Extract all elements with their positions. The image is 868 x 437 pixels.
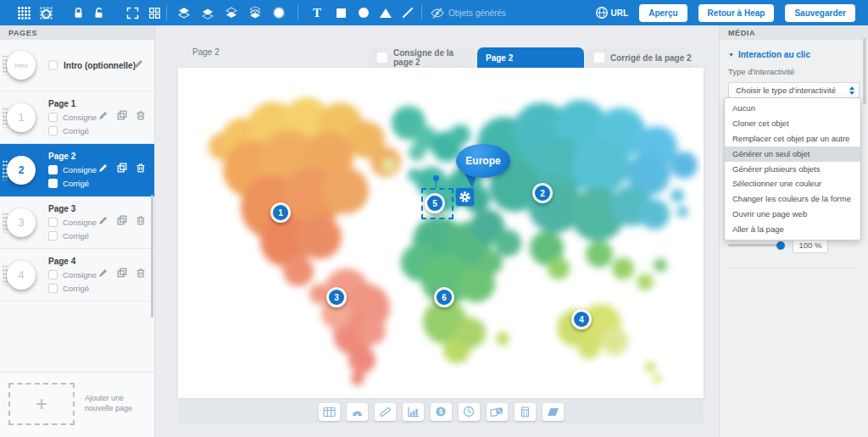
save-button[interactable]: Sauvegarder: [785, 4, 855, 22]
map-marker-6[interactable]: 6: [434, 287, 454, 307]
edit-icon[interactable]: [98, 215, 108, 225]
panel-scrollbar[interactable]: [863, 38, 866, 104]
dropdown-option[interactable]: Aller à la page: [725, 222, 860, 237]
delete-icon[interactable]: [136, 163, 146, 173]
page-row-3[interactable]: 3 Page 3 Consigne Corrigé: [0, 196, 154, 249]
corrige-checkbox[interactable]: [48, 231, 58, 241]
dropdown-option[interactable]: Sélectionner une couleur: [725, 176, 860, 191]
consigne-checkbox[interactable]: [48, 270, 58, 279]
media-panel: MÉDIA ▼ Interaction au clic Type d'inter…: [719, 25, 868, 437]
dropdown-option[interactable]: Générer un seul objet: [725, 147, 860, 162]
edit-icon[interactable]: [133, 58, 144, 73]
bring-forward-icon[interactable]: [201, 6, 214, 19]
page-thumb-3[interactable]: 3: [7, 208, 36, 237]
back-to-heap-button[interactable]: Retour à Heap: [698, 4, 775, 22]
map-marker-4[interactable]: 4: [571, 309, 592, 329]
page-row-1[interactable]: 1 Page 1 Consigne Corrigé: [0, 91, 154, 144]
edit-icon[interactable]: [98, 110, 108, 120]
add-page-button[interactable]: +: [8, 383, 75, 425]
intro-checkbox[interactable]: [48, 61, 58, 70]
page-title: Page 1: [48, 99, 97, 108]
interaction-section-toggle[interactable]: ▼ Interaction au clic: [728, 50, 860, 59]
dropdown-option[interactable]: Aucun: [725, 101, 860, 116]
marker-settings-button[interactable]: [456, 188, 474, 206]
page-canvas[interactable]: [178, 68, 704, 398]
opacity-circle-icon[interactable]: [272, 6, 286, 19]
page-thumb-2[interactable]: 2: [7, 156, 36, 185]
page-row-intro[interactable]: Intro Intro (optionnelle): [0, 40, 154, 91]
send-backward-icon[interactable]: [225, 6, 238, 19]
dropdown-option[interactable]: Changer les couleurs de la forme: [725, 191, 860, 207]
map-marker-3[interactable]: 3: [326, 287, 347, 307]
page-row-4[interactable]: 4 Page 4 Consigne Corrigé: [0, 249, 154, 301]
ungroup-icon[interactable]: [147, 6, 161, 19]
dropdown-option[interactable]: Cloner cet objet: [725, 116, 860, 131]
grid-settings-icon[interactable]: [39, 6, 53, 19]
tab-checkbox[interactable]: [594, 53, 604, 63]
edit-icon[interactable]: [98, 268, 108, 278]
tab-page-2[interactable]: Page 2: [477, 47, 584, 68]
dropdown-option[interactable]: Générer plusieurs objets: [725, 162, 860, 177]
shape-tool-button[interactable]: [542, 403, 564, 421]
duplicate-icon[interactable]: [117, 110, 127, 120]
grid-icon[interactable]: [17, 6, 31, 19]
generated-objects-visibility-icon[interactable]: [431, 6, 444, 19]
tab-checkbox[interactable]: [377, 53, 387, 63]
selection-box[interactable]: [421, 188, 453, 219]
page-thumb-intro[interactable]: Intro: [7, 51, 36, 80]
edit-icon[interactable]: [98, 163, 108, 173]
ruler-tool-button[interactable]: [375, 403, 396, 421]
unlock-icon[interactable]: [92, 6, 105, 19]
chart-tool-button[interactable]: [403, 403, 424, 421]
dropdown-option[interactable]: Ouvrir une page web: [725, 207, 860, 222]
consigne-checkbox[interactable]: [48, 218, 58, 227]
bring-to-front-icon[interactable]: [177, 6, 191, 19]
protractor-tool-button[interactable]: [347, 403, 368, 421]
delete-icon[interactable]: [136, 215, 146, 225]
media-panel-title: MÉDIA: [720, 25, 868, 40]
expand-selection-icon[interactable]: [125, 6, 139, 19]
opacity-slider-thumb[interactable]: [776, 241, 785, 250]
consigne-checkbox[interactable]: [48, 113, 58, 122]
triangle-tool-icon[interactable]: [379, 6, 392, 19]
text-tool-icon[interactable]: T: [310, 6, 324, 19]
dice-tool-button[interactable]: [487, 403, 508, 421]
pages-panel-title: PAGES: [0, 25, 154, 40]
corrige-checkbox[interactable]: [48, 126, 58, 136]
tab-corrige[interactable]: Corrigé de la page 2: [586, 47, 693, 68]
line-tool-icon[interactable]: [401, 6, 415, 19]
duplicate-icon[interactable]: [117, 163, 127, 173]
corrige-checkbox[interactable]: [48, 179, 58, 188]
send-to-back-icon[interactable]: [248, 6, 262, 19]
map-marker-2[interactable]: 2: [532, 183, 553, 203]
manipulatives-toolbar: $: [178, 400, 704, 423]
preview-button[interactable]: Aperçu: [639, 4, 687, 22]
sidebar-scrollbar[interactable]: [151, 195, 153, 318]
opacity-slider[interactable]: [728, 244, 784, 246]
page-thumb-1[interactable]: 1: [7, 103, 36, 132]
map-marker-1[interactable]: 1: [270, 202, 291, 223]
tab-consigne[interactable]: Consigne de la page 2: [369, 47, 476, 68]
dropdown-option[interactable]: Remplacer cet objet par un autre: [725, 131, 860, 147]
duplicate-icon[interactable]: [117, 215, 127, 225]
delete-icon[interactable]: [136, 268, 146, 278]
calculator-tool-button[interactable]: [515, 403, 536, 421]
page-tabs: Consigne de la page 2 Page 2 Corrigé de …: [369, 47, 693, 68]
circle-tool-icon[interactable]: [357, 6, 370, 19]
interactivity-select[interactable]: Choisir le type d'interactivité: [728, 82, 860, 98]
consigne-checkbox[interactable]: [48, 165, 58, 174]
page-row-2-selected[interactable]: 2 Page 2 Consigne Corrigé: [0, 144, 154, 196]
europe-speech-bubble[interactable]: Europe: [456, 144, 510, 178]
lock-icon[interactable]: [71, 6, 85, 19]
square-tool-icon[interactable]: [334, 6, 348, 19]
money-tool-button[interactable]: $: [431, 403, 452, 421]
delete-icon[interactable]: [136, 110, 146, 120]
select-spinner-icon: [849, 86, 854, 95]
table-tool-button[interactable]: [319, 403, 340, 421]
clock-tool-button[interactable]: [459, 403, 480, 421]
corrige-checkbox[interactable]: [48, 284, 58, 293]
duplicate-icon[interactable]: [117, 268, 127, 278]
rotation-handle[interactable]: [433, 175, 439, 181]
page-thumb-4[interactable]: 4: [7, 261, 36, 290]
url-button[interactable]: URL: [595, 6, 629, 19]
